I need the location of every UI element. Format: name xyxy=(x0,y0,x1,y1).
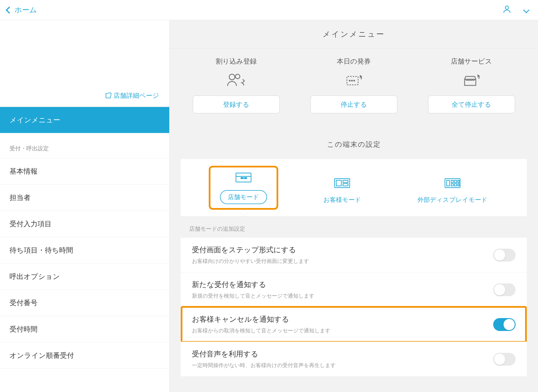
topbar: ホーム xyxy=(0,0,538,20)
action-card: 本日の発券停止する xyxy=(303,57,404,113)
setting-row: お客様キャンセルを通知するお客様からの取消を検知して音とメッセージで通知します xyxy=(181,307,527,342)
chevron-left-icon xyxy=(6,6,13,13)
svg-rect-17 xyxy=(451,180,453,183)
svg-point-0 xyxy=(505,6,509,9)
setting-desc: 一定時間操作がない時、お客様向けの受付音声を再生します xyxy=(192,362,336,369)
toggle-knob xyxy=(494,354,505,365)
mode-tabs: 店舗モードお客様モード外部ディスプレイモード xyxy=(181,159,527,217)
sidebar-item[interactable]: 受付入力項目 xyxy=(0,211,169,237)
toggle-switch[interactable] xyxy=(493,249,516,262)
setting-row: 受付音声を利用する一定時間操作がない時、お客様向けの受付音声を再生します xyxy=(181,342,527,376)
toggle-knob xyxy=(504,319,515,330)
sidebar-item[interactable]: 基本情報 xyxy=(0,158,169,185)
setting-text: 受付音声を利用する一定時間操作がない時、お客様向けの受付音声を再生します xyxy=(192,349,336,369)
svg-rect-10 xyxy=(244,178,247,179)
svg-rect-12 xyxy=(336,180,341,186)
setting-text: お客様キャンセルを通知するお客様からの取消を検知して音とメッセージで通知します xyxy=(192,314,330,334)
sidebar-section-label: 受付・呼出設定 xyxy=(0,133,169,158)
settings-list: 受付画面をステップ形式にするお客様向けの分かりやすい受付画面に変更します新たな受… xyxy=(181,238,527,376)
svg-rect-18 xyxy=(454,180,457,183)
sidebar-item[interactable]: 待ち項目・待ち時間 xyxy=(0,237,169,263)
sidebar-active-label: メインメニュー xyxy=(10,116,60,124)
ticket-cycle-icon xyxy=(343,71,365,90)
action-card: 店舗サービス全て停止する xyxy=(421,57,522,113)
svg-point-2 xyxy=(235,74,240,79)
toggle-knob xyxy=(494,284,505,295)
action-card: 割り込み登録登録する xyxy=(186,57,287,113)
action-row: 割り込み登録登録する本日の発券停止する店舗サービス全て停止する xyxy=(170,48,538,127)
user-icon[interactable] xyxy=(502,4,512,15)
mode-icon xyxy=(333,177,351,191)
mode-tab[interactable]: お客様モード xyxy=(315,173,370,208)
setting-text: 新たな受付を通知する新規の受付を検知して音とメッセージで通知します xyxy=(192,280,314,300)
svg-rect-9 xyxy=(241,178,243,179)
shop-detail-link[interactable]: 店舗詳細ページ xyxy=(106,91,159,100)
svg-point-1 xyxy=(229,74,235,80)
device-settings-title: この端末の設定 xyxy=(170,127,538,159)
back-button[interactable]: ホーム xyxy=(7,5,37,15)
back-label: ホーム xyxy=(15,5,37,15)
main-panel: メインメニュー 割り込み登録登録する本日の発券停止する店舗サービス全て停止する … xyxy=(170,20,538,392)
sidebar-item[interactable]: オンライン順番受付 xyxy=(0,342,169,369)
svg-rect-22 xyxy=(458,184,459,186)
sidebar: 店舗詳細ページ メインメニュー 受付・呼出設定 基本情報担当者受付入力項目待ち項… xyxy=(0,20,170,392)
topbar-right xyxy=(502,4,531,15)
setting-title: 受付画面をステップ形式にする xyxy=(192,245,309,255)
svg-rect-13 xyxy=(343,180,348,183)
action-button[interactable]: 登録する xyxy=(193,95,280,113)
store-cycle-icon xyxy=(461,71,483,90)
setting-desc: お客様向けの分かりやすい受付画面に変更します xyxy=(192,258,309,265)
setting-desc: お客様からの取消を検知して音とメッセージで通知します xyxy=(192,327,330,334)
toggle-switch[interactable] xyxy=(493,283,516,296)
setting-row: 受付画面をステップ形式にするお客様向けの分かりやすい受付画面に変更します xyxy=(181,238,527,272)
svg-rect-11 xyxy=(335,179,350,188)
mode-tab[interactable]: 外部ディスプレイモード xyxy=(409,173,496,208)
main-title: メインメニュー xyxy=(170,20,538,48)
toggle-switch[interactable] xyxy=(493,353,516,366)
setting-text: 受付画面をステップ形式にするお客様向けの分かりやすい受付画面に変更します xyxy=(192,245,309,265)
setting-desc: 新規の受付を検知して音とメッセージで通知します xyxy=(192,292,314,300)
sidebar-header: 店舗詳細ページ xyxy=(0,20,169,107)
external-link-icon xyxy=(106,93,111,98)
sidebar-item[interactable]: 受付時間 xyxy=(0,316,169,342)
mode-label: お客様モード xyxy=(323,196,361,204)
setting-title: 新たな受付を通知する xyxy=(192,280,314,290)
toggle-knob xyxy=(494,249,505,261)
setting-title: お客様キャンセルを通知する xyxy=(192,314,330,324)
mode-icon xyxy=(235,171,252,185)
mode-label: 外部ディスプレイモード xyxy=(418,196,488,204)
svg-rect-15 xyxy=(445,179,460,188)
toggle-switch[interactable] xyxy=(493,318,516,331)
sidebar-item[interactable]: 受付番号 xyxy=(0,290,169,316)
shop-detail-label: 店舗詳細ページ xyxy=(113,91,159,100)
setting-row: 新たな受付を通知する新規の受付を検知して音とメッセージで通知します xyxy=(181,272,527,307)
people-cycle-icon xyxy=(225,71,247,90)
svg-rect-14 xyxy=(343,184,348,186)
sidebar-item[interactable]: 担当者 xyxy=(0,185,169,211)
svg-rect-20 xyxy=(451,184,453,186)
sidebar-item-active[interactable]: メインメニュー xyxy=(0,107,169,133)
svg-point-6 xyxy=(354,80,354,81)
action-button[interactable]: 停止する xyxy=(310,95,397,113)
svg-rect-19 xyxy=(458,180,459,183)
action-label: 本日の発券 xyxy=(337,57,371,66)
mode-icon xyxy=(444,177,461,191)
svg-rect-16 xyxy=(447,180,449,186)
sidebar-item[interactable]: 呼出オプション xyxy=(0,263,169,290)
action-label: 店舗サービス xyxy=(451,57,492,66)
chevron-down-icon[interactable] xyxy=(523,7,530,13)
svg-point-4 xyxy=(349,80,350,81)
svg-rect-21 xyxy=(454,184,457,186)
mode-label: 店舗モード xyxy=(220,190,267,204)
action-label: 割り込み登録 xyxy=(216,57,257,66)
mode-tab[interactable]: 店舗モード xyxy=(212,167,275,208)
action-button[interactable]: 全て停止する xyxy=(428,95,515,113)
svg-point-5 xyxy=(351,80,352,81)
mode-settings-label: 店舗モードの追加設定 xyxy=(181,217,527,238)
setting-title: 受付音声を利用する xyxy=(192,349,336,359)
